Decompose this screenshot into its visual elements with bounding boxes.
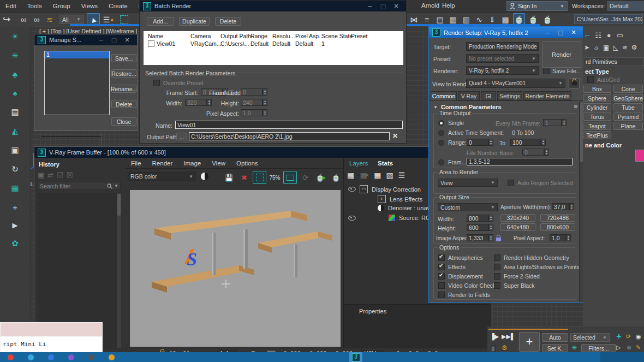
autogrid-checkbox[interactable] [587,76,594,83]
keyframe-figure-icon[interactable]: ✳ [571,344,577,352]
vfb-menu-file[interactable]: File [126,160,147,167]
selection-set-dropdown[interactable]: Selected▼ [570,333,610,342]
region-render-icon[interactable] [253,171,266,184]
frame-end-field[interactable]: 0 [241,88,263,96]
delete-button[interactable]: Delete [111,100,136,108]
history-compare-icon[interactable]: ⇄ [47,171,53,179]
helpers-tab-icon[interactable]: ◺ [613,44,618,51]
create-tab-icon[interactable]: ➤ [584,44,589,51]
schematic-icon[interactable]: ☷ [595,31,601,39]
spinner[interactable]: ▲▼ [207,99,212,106]
lock-view-button[interactable] [569,78,580,88]
area-lights-checkbox[interactable] [494,264,500,270]
unlink-icon[interactable]: ∞ [30,13,43,26]
atmospherics-checkbox[interactable] [438,254,445,261]
target-dropdown[interactable]: Production Rendering Mode▼ [466,42,539,51]
manage-titlebar[interactable]: 3 Manage S... ─ ▢ ✕ [34,34,137,45]
menu-tools[interactable]: Tools [22,3,47,9]
table-row[interactable]: View01 [148,40,175,47]
layer-row-source[interactable]: Source: RGB [348,215,434,221]
geosphere-button[interactable]: GeoSphere [613,94,643,102]
taskbar-app-icon[interactable] [68,354,74,360]
spacewarps-tab-icon[interactable]: ≋ [622,44,628,51]
preset-640x480-button[interactable]: 640x480 [500,223,535,231]
render-production-icon[interactable]: 🍵 [541,13,553,26]
duplicate-button[interactable]: Duplicate [179,17,210,26]
save-file-browse[interactable]: ... [575,68,580,74]
listener-text[interactable]: ript Mini Li [1,336,102,348]
close-icon[interactable]: ✕ [390,3,403,10]
box-button[interactable]: Box [583,85,611,93]
spinner[interactable]: ▲▼ [488,139,493,146]
populate-tool-icon[interactable]: ♣ [13,70,18,79]
taskbar-app-icon[interactable] [88,354,94,360]
view-to-render-dropdown[interactable]: Quad 4 - VRayCam001▼ [466,79,565,88]
mini-listener[interactable]: ript Mini Li [0,322,103,354]
spinner[interactable]: ▲▼ [263,88,267,96]
material-sphere-icon[interactable]: ● [607,31,611,39]
spinner[interactable]: ▲▼ [544,149,549,156]
image-aspect-lock-icon[interactable] [496,238,501,241]
preset-dropdown[interactable]: No preset selected▼ [466,54,539,63]
tree-tool-icon[interactable]: ◭ [12,126,19,136]
menu-create[interactable]: Create [103,3,133,9]
menu-help[interactable]: Help [437,2,461,9]
maximize-icon[interactable]: ▢ [554,29,567,36]
next-frame-icon[interactable]: ▶▶▌ [502,333,515,340]
pixel-aspect-field[interactable]: 1,0 [550,234,566,241]
spinner[interactable]: ▲▼ [263,109,267,116]
taskbar-app-icon[interactable] [8,354,14,360]
render-button[interactable]: Render [542,41,581,68]
save-file-checkbox[interactable] [543,68,550,74]
teapot-button[interactable]: Teapot [583,122,611,130]
spinner[interactable]: ▲▼ [562,119,567,126]
vfb-swatch-mode-icon[interactable] [201,173,208,180]
taskbar-app-icon[interactable] [109,354,115,360]
rename-button[interactable]: Rename... [111,85,136,93]
orbit-icon[interactable]: ◉ [636,333,641,340]
vfb-menu-view[interactable]: View [206,160,231,167]
pan-icon[interactable]: ☺ [626,344,632,351]
save-layers-icon[interactable]: ▦ [374,171,381,180]
height-field[interactable]: 600 [467,224,488,231]
scene-state-item[interactable]: 1 [45,51,109,58]
image-aspect-field[interactable]: 1,333 [467,234,488,241]
cameras-tab-icon[interactable]: ▣ [603,44,609,51]
output-path-field[interactable]: C:\Users\Serbez\Desktop\AERO 2\1.jpg [189,132,390,140]
history-save-icon[interactable]: ▣ [38,171,44,179]
browse-button[interactable]: ... [176,133,187,140]
grid-tool-icon[interactable]: + [13,203,17,212]
layer-row-display-correction[interactable]: ◠ Display Correction [348,185,421,193]
batch-views-table[interactable]: Name Camera Output Path Range Resolu... … [144,31,403,65]
torus-button[interactable]: Torus [583,112,611,121]
redo-arrow-icon[interactable]: ↪ [0,13,13,26]
signin-control[interactable]: Sign In ▼ [506,1,568,11]
tab-gi[interactable]: GI [481,91,496,100]
minimize-icon[interactable]: ─ [94,37,108,43]
tab-stats[interactable]: Stats [378,160,393,167]
spinner[interactable]: ▲▼ [541,139,546,146]
super-black-checkbox[interactable] [494,282,500,289]
visibility-eye-icon[interactable] [348,216,356,221]
taskbar-tray[interactable] [600,352,644,362]
force-2sided-checkbox[interactable] [494,273,500,280]
key-mode-icon[interactable]: ⚙ [502,344,508,352]
vegetation-tool-icon[interactable]: ♠ [13,88,17,98]
play-tool-icon[interactable]: ▶ [13,221,18,229]
effects-checkbox[interactable] [438,264,445,270]
add-layer-icon[interactable]: ▦+ [347,171,355,180]
cylinder-button[interactable]: Cylinder [583,103,611,111]
preset-720x486-button[interactable]: 720x486 [540,214,575,222]
taskbar-app-icon[interactable] [48,354,54,360]
history-set-a-icon[interactable]: ☑ [57,171,63,179]
delete-layer-icon[interactable]: ▦✕ [360,171,369,180]
close-icon[interactable]: ✕ [567,29,580,36]
vfb-menu-render[interactable]: Render [147,160,178,167]
tab-vray[interactable]: V-Ray [458,91,480,100]
width-field[interactable]: 320 [185,99,207,106]
rotate-gizmo-icon[interactable]: ⟳ [626,333,631,340]
table-tool-icon[interactable]: ▤ [11,107,19,117]
close-icon[interactable]: ✕ [121,37,134,44]
layer-list-icon[interactable]: ☰ [398,171,406,180]
time-spinner[interactable]: ▲▼ [491,345,496,352]
